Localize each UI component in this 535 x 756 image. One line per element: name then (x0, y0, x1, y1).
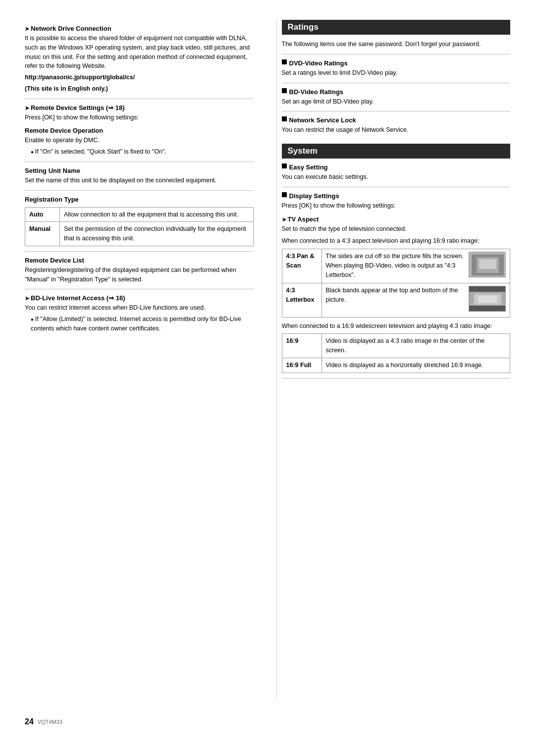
bd-live-body: You can restrict Internet access when BD… (25, 303, 254, 313)
divider-r2 (282, 83, 511, 83)
169-full-description: Video is displayed as a horizontally str… (321, 358, 510, 373)
display-settings-section: Display Settings Press [OK] to show the … (282, 192, 511, 211)
table-row: 4:3 Pan &Scan The sides are cut off so t… (282, 249, 510, 283)
table-row: 16:9 Full Video is displayed as a horizo… (282, 358, 510, 373)
letterbox-label: 4:3Letterbox (282, 283, 321, 317)
tv-aspect-section: TV Aspect Set to match the type of telev… (282, 216, 511, 373)
remote-device-operation-bullet: If "On" is selected, "Quick Start" is fi… (31, 147, 254, 157)
setting-unit-name-title: Setting Unit Name (25, 167, 254, 174)
right-column: Ratings The following items use the same… (276, 20, 511, 700)
two-column-layout: Network Drive Connection It is possible … (25, 20, 510, 700)
system-section-title: System (282, 144, 511, 159)
bd-video-ratings-section: BD-Video Ratings Set an age limit of BD-… (282, 88, 511, 107)
network-service-lock-body: You can restrict the usage of Network Se… (282, 125, 511, 135)
remote-device-settings-title: Remote Device Settings (⇒ 18) (25, 104, 254, 111)
network-drive-link: http://panasonic.jp/support/global/cs/ (25, 73, 254, 82)
display-settings-body: Press [OK] to show the following setting… (282, 201, 511, 211)
remote-device-settings-section: Remote Device Settings (⇒ 18) Press [OK]… (25, 104, 254, 122)
bd-live-title: BD-Live Internet Access (⇒ 16) (25, 294, 254, 302)
bullet-icon (282, 163, 287, 168)
dvd-video-ratings-title: DVD-Video Ratings (282, 59, 511, 67)
tv-aspect-169-table: 16:9 Video is displayed as a 4:3 ratio i… (282, 333, 511, 373)
dvd-video-ratings-body: Set a ratings level to limit DVD-Video p… (282, 68, 511, 78)
easy-setting-title: Easy Setting (282, 163, 511, 171)
setting-unit-name-section: Setting Unit Name Set the name of this u… (25, 167, 254, 185)
display-settings-title: Display Settings (282, 192, 511, 200)
system-section: System Easy Setting You can execute basi… (282, 144, 511, 378)
divider-1 (25, 99, 254, 99)
bullet-icon (282, 88, 287, 93)
footer-code: VQT4M33 (38, 719, 62, 725)
manual-description: Set the permission of the connection ind… (60, 222, 254, 246)
tv-aspect-body3: When connected to a 16:9 widescreen tele… (282, 322, 511, 331)
bd-video-ratings-title: BD-Video Ratings (282, 88, 511, 96)
ratings-section-title: Ratings (282, 20, 511, 35)
pan-scan-text: The sides are cut off so the picture fil… (326, 252, 465, 279)
remote-device-operation-body: Enable to operate by DMC. (25, 136, 254, 145)
setting-unit-name-body: Set the name of this unit to be displaye… (25, 176, 254, 185)
169-description: Video is displayed as a 4:3 ratio image … (321, 334, 510, 358)
divider-r4 (282, 187, 511, 187)
easy-setting-body: You can execute basic settings. (282, 172, 511, 182)
ratings-intro: The following items use the same passwor… (282, 40, 511, 49)
remote-device-list-section: Remote Device List Registering/deregiste… (25, 257, 254, 284)
network-service-lock-title: Network Service Lock (282, 116, 511, 124)
easy-setting-section: Easy Setting You can execute basic setti… (282, 163, 511, 182)
page-number: 24 (25, 717, 34, 726)
dvd-video-ratings-section: DVD-Video Ratings Set a ratings level to… (282, 59, 511, 78)
registration-type-section: Registration Type Auto Allow connection … (25, 196, 254, 246)
network-drive-title: Network Drive Connection (25, 25, 254, 32)
network-drive-body: It is possible to access the shared fold… (25, 34, 254, 71)
remote-device-list-body: Registering/deregistering of the display… (25, 266, 254, 284)
divider-4 (25, 251, 254, 252)
divider-r5 (282, 378, 511, 378)
169-label: 16:9 (282, 334, 321, 358)
table-row: Manual Set the permission of the connect… (25, 222, 254, 246)
tv-aspect-body2: When connected to a 4:3 aspect televisio… (282, 236, 511, 246)
ratings-section: Ratings The following items use the same… (282, 20, 511, 135)
manual-label: Manual (25, 222, 60, 246)
divider-3 (25, 190, 254, 191)
svg-rect-8 (478, 296, 497, 303)
network-drive-link-note: (This site is in English only.) (25, 84, 254, 94)
tv-aspect-body1: Set to match the type of television conn… (282, 224, 511, 234)
bullet-icon (282, 116, 287, 121)
svg-rect-3 (479, 259, 496, 269)
left-column: Network Drive Connection It is possible … (25, 20, 259, 700)
divider-r1 (282, 54, 511, 54)
registration-type-table: Auto Allow connection to all the equipme… (25, 207, 254, 246)
table-row: 16:9 Video is displayed as a 4:3 ratio i… (282, 334, 510, 358)
letterbox-description: Black bands appear at the top and bottom… (321, 283, 510, 317)
divider-2 (25, 162, 254, 162)
169-full-label: 16:9 Full (282, 358, 321, 373)
letterbox-image (469, 286, 506, 312)
bd-live-section: BD-Live Internet Access (⇒ 16) You can r… (25, 294, 254, 333)
registration-type-title: Registration Type (25, 196, 254, 203)
remote-device-operation-title: Remote Device Operation (25, 127, 254, 134)
table-row: 4:3Letterbox Black bands appear at the t… (282, 283, 510, 317)
pan-scan-description: The sides are cut off so the picture fil… (321, 249, 510, 283)
bd-video-ratings-body: Set an age limit of BD-Video play. (282, 97, 511, 107)
band-top (469, 286, 505, 292)
tv-aspect-title: TV Aspect (282, 216, 511, 223)
mid-image (469, 292, 505, 307)
network-drive-section: Network Drive Connection It is possible … (25, 25, 254, 94)
remote-device-settings-body: Press [OK] to show the following setting… (25, 113, 254, 122)
remote-device-list-title: Remote Device List (25, 257, 254, 264)
band-bottom (469, 306, 505, 311)
bullet-icon (282, 192, 287, 197)
network-service-lock-section: Network Service Lock You can restrict th… (282, 116, 511, 135)
pan-scan-label: 4:3 Pan &Scan (282, 249, 321, 283)
page: Network Drive Connection It is possible … (0, 0, 535, 756)
remote-device-operation-section: Remote Device Operation Enable to operat… (25, 127, 254, 157)
pan-scan-image (469, 252, 506, 277)
divider-r3 (282, 111, 511, 111)
table-row: Auto Allow connection to all the equipme… (25, 207, 254, 222)
page-footer: 24 VQT4M33 (25, 714, 510, 726)
tv-aspect-43-table: 4:3 Pan &Scan The sides are cut off so t… (282, 249, 511, 318)
bd-live-bullet: If "Allow (Limited)" is selected, Intern… (31, 315, 254, 333)
bullet-icon (282, 59, 287, 64)
auto-description: Allow connection to all the equipment th… (60, 207, 254, 222)
divider-5 (25, 289, 254, 289)
auto-label: Auto (25, 207, 60, 222)
